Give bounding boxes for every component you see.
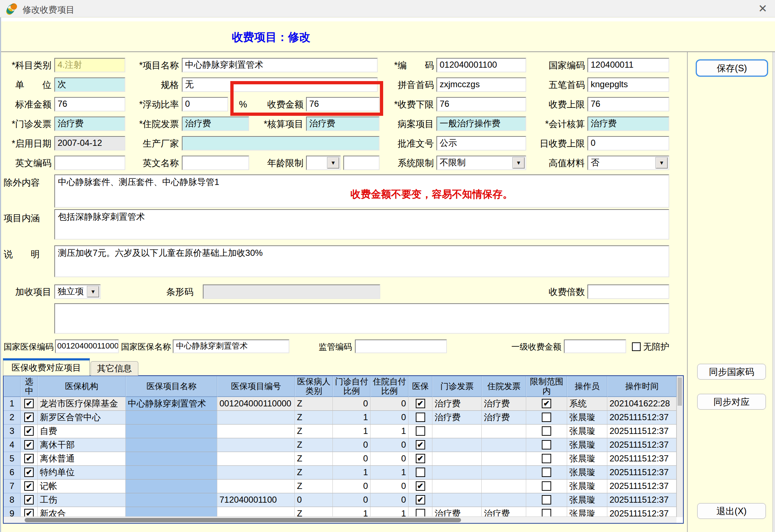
- checkbox-icon[interactable]: ✔: [24, 495, 34, 504]
- manufacturer-field[interactable]: [182, 136, 380, 151]
- in-scope-checkbox[interactable]: ✔: [526, 397, 567, 411]
- row-select-checkbox[interactable]: ✔: [21, 452, 38, 466]
- checkbox-icon[interactable]: ✔: [416, 495, 425, 504]
- insured-checkbox[interactable]: ✔: [409, 438, 432, 452]
- in-scope-checkbox[interactable]: [526, 425, 567, 438]
- chevron-down-icon[interactable]: ▼: [655, 157, 668, 169]
- table-row[interactable]: 7✔记帐Z00✔张晨璇2025111512:37: [4, 480, 676, 493]
- table-row[interactable]: 3✔自费Z11张晨璇2025111512:37: [4, 425, 676, 438]
- row-select-checkbox[interactable]: ✔: [21, 493, 38, 507]
- table-row[interactable]: 2✔新罗区合管中心Z10治疗费治疗费张晨璇2025111512:37: [4, 411, 676, 425]
- charge-multiple-field[interactable]: [587, 284, 669, 299]
- checkbox-icon[interactable]: ✔: [416, 399, 425, 408]
- checkbox-icon[interactable]: ✔: [416, 481, 425, 491]
- accounting-item-field[interactable]: 治疗费: [306, 117, 380, 131]
- standard-amount-field[interactable]: 76: [54, 97, 125, 111]
- exit-button[interactable]: 退出(X): [697, 503, 766, 519]
- checkbox-icon[interactable]: ✔: [416, 440, 425, 449]
- outpatient-invoice-field[interactable]: 治疗费: [54, 117, 125, 131]
- table-row[interactable]: 1✔龙岩市医疗保障基金中心静脉穿刺置管术001204000110000Z00✔治…: [4, 397, 676, 411]
- national-ins-name-field[interactable]: 中心静脉穿刺置管术: [173, 339, 289, 353]
- table-row[interactable]: 5✔离休普通Z00✔张晨璇2025111512:37: [4, 452, 676, 466]
- surcharge-item-select[interactable]: 独立项 ▼: [54, 284, 101, 299]
- barcode-field[interactable]: [203, 284, 380, 299]
- notes-textarea[interactable]: 测压加收7元。六岁及以下儿童在原价基础上加收30%: [54, 245, 669, 277]
- age-limit-select[interactable]: ▼: [306, 156, 341, 170]
- save-button[interactable]: 保存(S): [696, 59, 768, 77]
- item-name-field[interactable]: 中心静脉穿刺置管术: [182, 58, 378, 72]
- float-ratio-field[interactable]: 0: [182, 97, 228, 111]
- start-date-field[interactable]: 2007-04-12: [54, 136, 125, 151]
- insured-checkbox[interactable]: ✔: [409, 493, 432, 507]
- vertical-scroll-thumb[interactable]: [678, 377, 682, 406]
- tab-other-info[interactable]: 其它信息: [91, 361, 138, 376]
- chevron-down-icon[interactable]: ▼: [87, 286, 99, 297]
- sync-mapping-button[interactable]: 同步对应: [697, 394, 766, 410]
- chevron-down-icon[interactable]: ▼: [327, 157, 339, 169]
- in-scope-checkbox[interactable]: [526, 452, 567, 466]
- table-row[interactable]: 6✔特约单位Z11张晨璇2025111512:37: [4, 466, 676, 480]
- age-limit-field[interactable]: [343, 156, 380, 170]
- checkbox-icon[interactable]: ✔: [24, 426, 34, 436]
- checkbox-icon[interactable]: [416, 468, 425, 477]
- pinyin-code-field[interactable]: zxjmcczgs: [436, 77, 526, 92]
- subject-category-field[interactable]: 4.注射: [54, 58, 125, 72]
- in-scope-checkbox[interactable]: [526, 438, 567, 452]
- english-code-field[interactable]: [54, 156, 125, 170]
- checkbox-icon[interactable]: [542, 481, 551, 491]
- checkbox-icon[interactable]: [542, 454, 551, 463]
- approval-no-field[interactable]: 公示: [436, 136, 526, 151]
- checkbox-icon[interactable]: ✔: [24, 440, 34, 449]
- insured-checkbox[interactable]: [409, 411, 432, 425]
- code-field[interactable]: 012040001100: [436, 58, 526, 72]
- row-select-checkbox[interactable]: ✔: [21, 438, 38, 452]
- checkbox-icon[interactable]: [542, 413, 551, 422]
- in-scope-checkbox[interactable]: [526, 480, 567, 493]
- insured-checkbox[interactable]: ✔: [409, 397, 432, 411]
- checkbox-icon[interactable]: [542, 440, 551, 449]
- row-select-checkbox[interactable]: ✔: [21, 397, 38, 411]
- checkbox-icon[interactable]: ✔: [24, 481, 34, 491]
- national-code-field[interactable]: 120400011: [587, 58, 669, 72]
- table-row[interactable]: 4✔离休干部Z00✔张晨璇2025111512:37: [4, 438, 676, 452]
- supervise-code-field[interactable]: [355, 339, 447, 353]
- insured-checkbox[interactable]: [409, 425, 432, 438]
- close-icon[interactable]: ✕: [755, 2, 770, 15]
- checkbox-icon[interactable]: [542, 468, 551, 477]
- inpatient-invoice-field[interactable]: 治疗费: [182, 117, 249, 131]
- row-select-checkbox[interactable]: ✔: [21, 480, 38, 493]
- row-select-checkbox[interactable]: ✔: [21, 411, 38, 425]
- tab-insurance-mapping[interactable]: 医保收费对应项目: [3, 358, 90, 376]
- table-row[interactable]: 8✔工伤712040001100000✔张晨璇2025111512:37: [4, 493, 676, 507]
- system-limit-select[interactable]: 不限制 ▼: [436, 156, 526, 170]
- unit-field[interactable]: 次: [54, 77, 125, 92]
- level1-amount-field[interactable]: [564, 339, 626, 353]
- english-name-field[interactable]: [182, 156, 249, 170]
- insured-checkbox[interactable]: ✔: [409, 452, 432, 466]
- medical-record-item-field[interactable]: 一般治疗操作费: [436, 117, 526, 131]
- table-horizontal-scrollbar[interactable]: [4, 516, 676, 523]
- checkbox-icon[interactable]: [542, 426, 551, 436]
- checkbox-icon[interactable]: ✔: [24, 468, 34, 477]
- national-ins-code-field[interactable]: 001204000110000-1:: [55, 339, 119, 353]
- wubi-code-field[interactable]: kngepglts: [587, 77, 669, 92]
- connotation-textarea[interactable]: 包括深静脉穿刺置管术: [54, 209, 669, 240]
- checkbox-icon[interactable]: ✔: [24, 399, 34, 408]
- checkbox-icon[interactable]: ✔: [416, 454, 425, 463]
- checkbox-icon[interactable]: ✔: [542, 399, 551, 408]
- insured-checkbox[interactable]: [409, 466, 432, 480]
- checkbox-icon[interactable]: ✔: [24, 454, 34, 463]
- charge-upper-field[interactable]: 76: [587, 97, 669, 111]
- checkbox-icon[interactable]: [416, 426, 425, 436]
- table-vertical-scrollbar[interactable]: [676, 376, 683, 517]
- in-scope-checkbox[interactable]: [526, 493, 567, 507]
- horizontal-scroll-thumb[interactable]: [25, 518, 461, 522]
- charge-lower-field[interactable]: 76: [436, 97, 526, 111]
- extra-materials-textarea[interactable]: [54, 303, 669, 334]
- daily-limit-field[interactable]: 0: [587, 136, 669, 151]
- financial-accounting-field[interactable]: 治疗费: [587, 117, 669, 131]
- chevron-down-icon[interactable]: ▼: [512, 157, 525, 169]
- in-scope-checkbox[interactable]: [526, 466, 567, 480]
- no-escort-checkbox[interactable]: [632, 342, 641, 351]
- checkbox-icon[interactable]: [416, 413, 425, 422]
